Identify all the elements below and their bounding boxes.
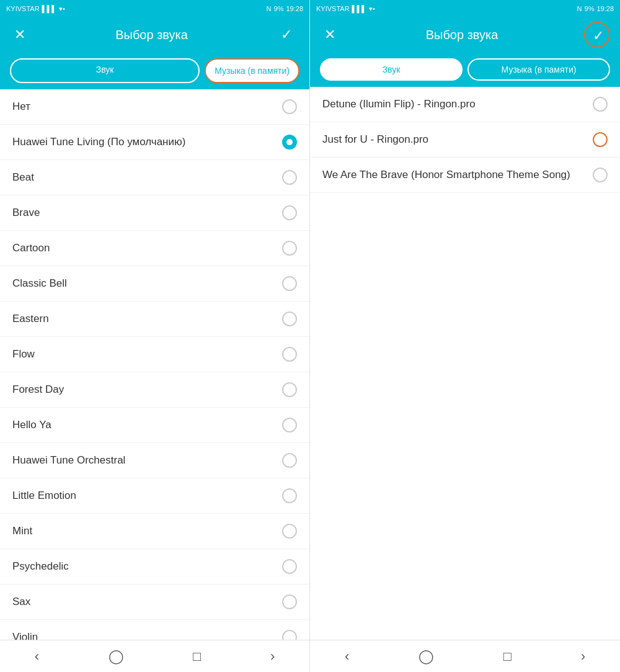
right-time: 19:28 <box>596 5 614 12</box>
item-radio[interactable] <box>282 594 297 609</box>
right-signal-icon: ▌▌▌ <box>352 5 366 12</box>
left-check-button[interactable]: ✓ <box>273 22 299 48</box>
left-list: Нет Huawei Tune Living (По умолчанию) Be… <box>0 89 309 640</box>
item-label: Huawei Tune Living (По умолчанию) <box>12 136 185 148</box>
item-label: Huawei Tune Orchestral <box>12 454 125 467</box>
list-item[interactable]: Huawei Tune Orchestral <box>0 443 309 478</box>
right-header-title: Выбор звука <box>426 28 498 42</box>
item-radio[interactable] <box>282 311 297 326</box>
list-item[interactable]: Hello Ya <box>0 408 309 443</box>
item-label: Just for U - Ringon.pro <box>322 133 428 146</box>
right-check-button[interactable]: ✓ <box>585 23 611 49</box>
item-label: Psychedelic <box>12 560 69 573</box>
item-label: Violin <box>12 631 38 640</box>
list-item[interactable]: Forest Day <box>0 372 309 408</box>
item-radio-highlighted[interactable] <box>593 132 608 147</box>
item-radio[interactable] <box>282 99 297 114</box>
item-label: Beat <box>12 171 34 184</box>
nav-menu-icon[interactable]: › <box>270 648 275 665</box>
item-radio[interactable] <box>282 382 297 397</box>
left-carrier: KYIVSTAR <box>6 5 40 12</box>
list-item[interactable]: Detune (Ilumin Flip) - Ringon.pro <box>310 87 620 122</box>
left-tabs: Звук Музыка (в памяти) <box>0 52 309 89</box>
left-tab-music-highlight: Музыка (в памяти) <box>205 58 299 83</box>
item-radio[interactable] <box>282 524 297 539</box>
list-item[interactable]: Sax <box>0 585 309 620</box>
right-tab-music[interactable]: Музыка (в памяти) <box>467 58 610 81</box>
list-item[interactable]: Little Emotion <box>0 478 309 514</box>
nav-home-icon[interactable]: ◯ <box>108 648 124 665</box>
nav-back-icon[interactable]: ‹ <box>345 648 349 665</box>
left-battery: 9% <box>274 5 284 12</box>
item-radio[interactable] <box>282 453 297 468</box>
left-wifi-icon: ▾• <box>59 5 65 13</box>
item-radio[interactable] <box>282 170 297 185</box>
list-item[interactable]: Beat <box>0 160 309 195</box>
item-label: Hello Ya <box>12 419 51 431</box>
right-battery: 9% <box>585 5 595 12</box>
list-item[interactable]: We Are The Brave (Honor Smartphone Theme… <box>310 158 620 193</box>
right-nfc-icon: N <box>577 5 582 12</box>
item-label: Eastern <box>12 313 49 325</box>
right-check-highlight: ✓ <box>584 22 610 48</box>
list-item[interactable]: Eastern <box>0 302 309 337</box>
right-header: ✕ Выбор звука ✓ <box>310 17 620 52</box>
left-bottom-nav: ‹ ◯ □ › <box>0 640 309 672</box>
left-header: ✕ Выбор звука ✓ <box>0 17 309 52</box>
left-time: 19:28 <box>286 5 303 12</box>
right-status-right: N 9% 19:28 <box>577 5 614 12</box>
list-item[interactable]: Mint <box>0 514 309 549</box>
right-tab-sound[interactable]: Звук <box>320 58 463 81</box>
list-item[interactable]: Huawei Tune Living (По умолчанию) <box>0 125 309 160</box>
nav-back-icon[interactable]: ‹ <box>35 648 39 665</box>
list-item[interactable]: Just for U - Ringon.pro <box>310 122 620 158</box>
nav-recents-icon[interactable]: □ <box>193 648 201 665</box>
list-item[interactable]: Violin <box>0 620 309 640</box>
item-label: Нет <box>12 101 30 113</box>
item-label: Detune (Ilumin Flip) - Ringon.pro <box>322 98 476 110</box>
item-radio-selected[interactable] <box>282 135 297 150</box>
item-radio[interactable] <box>282 241 297 256</box>
item-radio[interactable] <box>282 418 297 432</box>
list-item[interactable]: Нет <box>0 89 309 125</box>
list-item[interactable]: Brave <box>0 195 309 231</box>
list-item[interactable]: Cartoon <box>0 231 309 266</box>
right-list: Detune (Ilumin Flip) - Ringon.pro Just f… <box>310 87 620 640</box>
item-label: Flow <box>12 348 35 361</box>
item-radio[interactable] <box>282 559 297 574</box>
item-label: Cartoon <box>12 242 50 254</box>
list-item[interactable]: Flow <box>0 337 309 372</box>
item-radio[interactable] <box>282 205 297 220</box>
list-item[interactable]: Psychedelic <box>0 549 309 585</box>
list-item[interactable]: Classic Bell <box>0 266 309 302</box>
left-header-title: Выбор звука <box>115 28 188 42</box>
item-label: Classic Bell <box>12 277 67 290</box>
item-label: Little Emotion <box>12 490 76 502</box>
nav-menu-icon[interactable]: › <box>581 648 585 665</box>
left-tab-sound[interactable]: Звук <box>10 58 200 83</box>
right-tabs: Звук Музыка (в памяти) <box>310 52 620 87</box>
left-signal-icon: ▌▌▌ <box>42 5 56 12</box>
item-label: Forest Day <box>12 383 64 396</box>
item-radio[interactable] <box>282 630 297 640</box>
item-radio[interactable] <box>282 488 297 503</box>
item-radio[interactable] <box>282 276 297 291</box>
nav-recents-icon[interactable]: □ <box>503 648 512 665</box>
left-status-right: N 9% 19:28 <box>267 5 303 12</box>
item-radio[interactable] <box>282 347 297 362</box>
nav-home-icon[interactable]: ◯ <box>418 648 434 665</box>
right-bottom-nav: ‹ ◯ □ › <box>310 640 620 672</box>
left-panel: KYIVSTAR ▌▌▌ ▾• N 9% 19:28 ✕ Выбор звука… <box>0 0 310 672</box>
item-label: Brave <box>12 207 40 219</box>
left-nfc-icon: N <box>267 5 272 12</box>
item-radio[interactable] <box>593 97 608 112</box>
right-wifi-icon: ▾• <box>369 5 375 13</box>
item-label: Sax <box>12 596 30 608</box>
item-radio[interactable] <box>593 168 608 182</box>
left-close-button[interactable]: ✕ <box>10 25 30 45</box>
right-carrier: KYIVSTAR <box>316 5 350 12</box>
right-close-button[interactable]: ✕ <box>320 25 340 45</box>
item-label: We Are The Brave (Honor Smartphone Theme… <box>322 169 570 181</box>
left-tab-music[interactable]: Музыка (в памяти) <box>206 60 298 82</box>
right-panel: KYIVSTAR ▌▌▌ ▾• N 9% 19:28 ✕ Выбор звука… <box>310 0 620 672</box>
